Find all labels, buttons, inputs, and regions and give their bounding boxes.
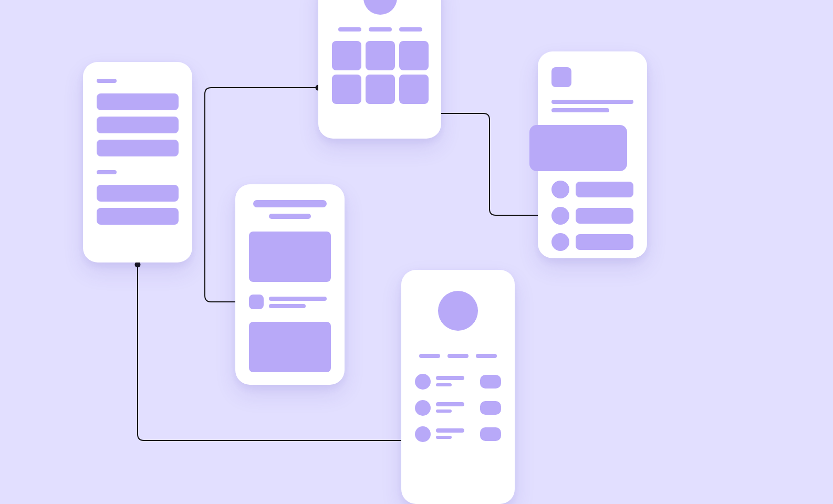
row-bar-3	[576, 234, 633, 250]
image-block-2	[249, 322, 331, 372]
item-line-1a	[436, 376, 464, 380]
item-chip-2	[480, 401, 501, 415]
list-row-2	[97, 117, 179, 133]
item-avatar-2	[415, 400, 431, 416]
row-bar-1	[576, 182, 633, 197]
tab-2	[369, 27, 392, 32]
profile-screen	[401, 270, 515, 504]
item-line-3b	[436, 436, 452, 439]
detail-screen	[538, 51, 647, 258]
title-bar-1	[253, 200, 327, 207]
list-row-5	[97, 208, 179, 225]
item-avatar-3	[415, 426, 431, 442]
row-bar-2	[576, 208, 633, 224]
feed-screen	[235, 184, 345, 385]
item-line-2a	[436, 402, 464, 406]
row-avatar-1	[551, 181, 569, 198]
list-screen	[83, 62, 192, 262]
A-to-E-endpoint	[135, 262, 141, 268]
grid-cell-3	[399, 41, 429, 70]
image-block-1	[249, 232, 331, 282]
small-label-1	[97, 79, 117, 83]
list-row-1	[97, 93, 179, 110]
thumb-icon	[249, 295, 264, 309]
item-chip-3	[480, 427, 501, 441]
item-line-2b	[436, 410, 452, 413]
tab-3	[399, 27, 422, 32]
avatar	[363, 0, 397, 15]
grid-cell-5	[366, 75, 395, 104]
list-row-4	[97, 185, 179, 202]
heading-line-1	[551, 100, 633, 104]
hero-card	[529, 125, 627, 171]
row-avatar-2	[551, 207, 569, 225]
stat-1	[419, 354, 440, 358]
app-icon	[551, 67, 571, 87]
text-line-1	[269, 297, 327, 301]
grid-screen	[318, 0, 441, 139]
grid-cell-1	[332, 41, 361, 70]
stat-3	[476, 354, 497, 358]
item-avatar-1	[415, 374, 431, 390]
item-line-3a	[436, 428, 464, 433]
stat-2	[447, 354, 468, 358]
heading-line-2	[551, 108, 609, 112]
profile-avatar	[438, 291, 478, 331]
grid-cell-4	[332, 75, 361, 104]
list-row-3	[97, 140, 179, 156]
row-avatar-3	[551, 233, 569, 251]
item-chip-1	[480, 375, 501, 388]
B-to-D	[430, 113, 544, 215]
tab-1	[338, 27, 361, 32]
small-label-2	[97, 170, 117, 174]
grid-cell-6	[399, 75, 429, 104]
grid-cell-2	[366, 41, 395, 70]
wireframe-flow-canvas	[0, 0, 833, 504]
subtitle-bar	[269, 214, 311, 219]
item-line-1b	[436, 383, 452, 386]
text-line-2	[269, 304, 306, 308]
